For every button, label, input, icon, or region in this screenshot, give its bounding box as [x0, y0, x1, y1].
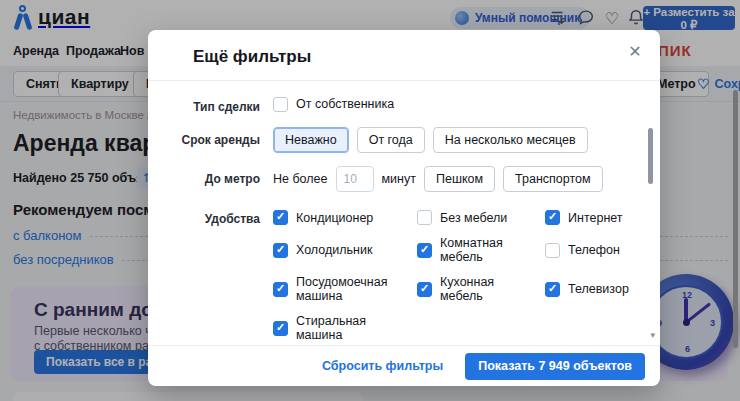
checkbox-label: Телевизор	[568, 282, 629, 296]
row-label: Тип сделки	[148, 94, 260, 114]
checkbox-icon	[545, 210, 560, 225]
filter-row-rent-term: Срок аренды Неважно От года На несколько…	[148, 127, 634, 153]
checkbox-kitchen-furniture[interactable]: Кухонная мебель	[417, 275, 539, 303]
checkbox-tv[interactable]: Телевизор	[545, 275, 629, 303]
row-label: Удобства	[148, 205, 260, 342]
row-label: Срок аренды	[148, 127, 260, 153]
checkbox-label: Интернет	[568, 211, 623, 225]
chip-from-year[interactable]: От года	[357, 127, 425, 153]
checkbox-icon	[417, 243, 432, 258]
app-window: циан Умный помощник ♡ + Разместить за 0 …	[0, 0, 740, 401]
row-label: До метро	[148, 166, 260, 192]
checkbox-icon	[273, 321, 288, 336]
checkbox-phone[interactable]: Телефон	[545, 236, 629, 264]
checkbox-room-furniture[interactable]: Комнатная мебель	[417, 236, 539, 264]
checkbox-label: Кухонная мебель	[440, 275, 539, 303]
checkbox-icon	[273, 282, 288, 297]
close-icon[interactable]: ✕	[624, 41, 646, 63]
checkbox-dishwasher[interactable]: Посудомоечная машина	[273, 275, 411, 303]
modal-scrollbar-thumb[interactable]	[648, 128, 653, 184]
checkbox-icon	[273, 243, 288, 258]
filter-row-metro: До метро Не более минут Пешком Транспорт…	[148, 166, 634, 192]
metro-prefix: Не более	[273, 172, 328, 186]
metro-minutes-input[interactable]	[336, 166, 374, 192]
checkbox-washing-machine[interactable]: Стиральная машина	[273, 314, 411, 342]
checkbox-from-owner[interactable]: От собственника	[273, 97, 394, 112]
checkbox-label: Комнатная мебель	[440, 236, 539, 264]
filter-row-amenities: Удобства Кондиционер Без мебели Интернет…	[148, 205, 634, 342]
checkbox-label: Холодильник	[296, 243, 372, 257]
scroll-down-icon[interactable]: ▾	[650, 330, 655, 340]
checkbox-icon	[273, 210, 288, 225]
checkbox-icon	[545, 243, 560, 258]
checkbox-label: Без мебели	[440, 211, 507, 225]
metro-suffix: минут	[382, 172, 416, 186]
chip-on-foot[interactable]: Пешком	[424, 166, 495, 192]
checkbox-icon	[273, 97, 288, 112]
modal-scroll-area[interactable]: Тип сделки От собственника Срок аренды Н…	[148, 81, 660, 344]
modal-title: Ещё фильтры	[193, 47, 311, 67]
modal-header: Ещё фильтры ✕	[148, 30, 660, 81]
filter-row-deal-type: Тип сделки От собственника	[148, 94, 634, 114]
checkbox-label: Телефон	[568, 243, 620, 257]
chip-by-transport[interactable]: Транспортом	[503, 166, 603, 192]
checkbox-icon	[545, 282, 560, 297]
chip-any[interactable]: Неважно	[273, 127, 349, 153]
checkbox-label: Посудомоечная машина	[296, 275, 411, 303]
checkbox-air-conditioner[interactable]: Кондиционер	[273, 210, 411, 225]
reset-filters-button[interactable]: Сбросить фильтры	[322, 359, 443, 373]
modal-footer: Сбросить фильтры Показать 7 949 объектов	[148, 345, 660, 386]
checkbox-icon	[417, 282, 432, 297]
checkbox-label: Кондиционер	[296, 211, 373, 225]
checkbox-fridge[interactable]: Холодильник	[273, 236, 411, 264]
amenities-grid: Кондиционер Без мебели Интернет Холодиль…	[273, 205, 629, 342]
checkbox-no-furniture[interactable]: Без мебели	[417, 210, 539, 225]
show-results-button[interactable]: Показать 7 949 объектов	[465, 353, 645, 380]
chip-few-months[interactable]: На несколько месяцев	[433, 127, 588, 153]
checkbox-label: От собственника	[296, 97, 394, 111]
checkbox-internet[interactable]: Интернет	[545, 210, 629, 225]
checkbox-icon	[417, 210, 432, 225]
checkbox-label: Стиральная машина	[296, 314, 411, 342]
more-filters-modal: Ещё фильтры ✕ Тип сделки От собственника…	[148, 30, 660, 386]
